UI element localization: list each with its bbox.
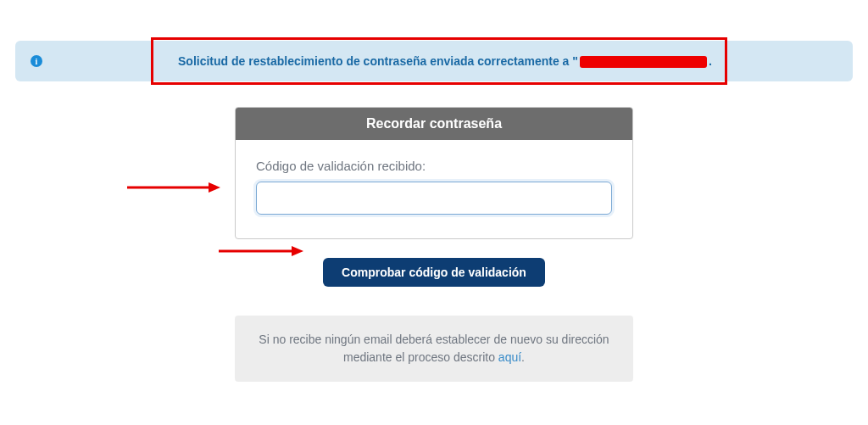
info-alert: i Solicitud de restablecimiento de contr… — [15, 41, 853, 81]
validation-code-label: Código de validación recibido: — [256, 159, 612, 173]
svg-marker-1 — [209, 182, 220, 193]
svg-marker-3 — [292, 246, 303, 256]
validation-code-input[interactable] — [256, 182, 612, 215]
card-title: Recordar contraseña — [236, 108, 632, 140]
no-email-hint: Si no recibe ningún email deberá estable… — [235, 316, 633, 382]
alert-message-suffix: . — [709, 54, 712, 68]
check-validation-code-button[interactable]: Comprobar código de validación — [323, 258, 545, 287]
info-icon: i — [31, 55, 42, 67]
annotation-arrow-input — [127, 181, 220, 194]
hint-text-before: Si no recibe ningún email deberá estable… — [259, 333, 609, 364]
alert-message-prefix: Solicitud de restablecimiento de contras… — [178, 54, 578, 68]
alert-message: Solicitud de restablecimiento de contras… — [178, 54, 712, 68]
card-body: Código de validación recibido: — [236, 140, 632, 238]
hint-text-after: . — [521, 350, 525, 364]
password-reset-card: Recordar contraseña Código de validación… — [235, 107, 633, 239]
hint-link[interactable]: aquí — [498, 350, 521, 364]
redacted-email — [580, 56, 707, 68]
annotation-arrow-button — [219, 244, 303, 258]
